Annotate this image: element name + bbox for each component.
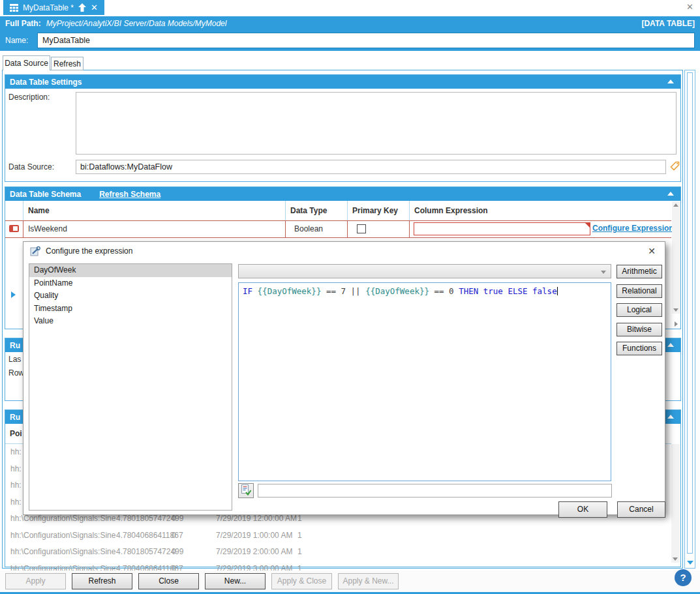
cell-flag: 1 [297,544,302,561]
expression-token: == 7 || [321,286,365,296]
validate-icon [240,484,252,496]
col-header-column-expression[interactable]: Column Expression [410,201,671,220]
help-button[interactable]: ? [675,569,692,586]
row-selector-cell[interactable] [5,221,23,237]
section-data-table-settings: Data Table Settings Description: Data So… [5,74,681,182]
section-header-settings[interactable]: Data Table Settings [5,75,680,89]
field-list-item[interactable]: Quality [29,290,232,303]
dialog-title-bar[interactable]: Configure the expression ✕ [23,242,665,260]
footer-button[interactable]: Apply & New... [338,573,399,589]
operator-dropdown[interactable] [238,264,611,278]
full-path-bar: Full Path: MyProject/AnalytiX/BI Server/… [0,16,700,30]
doc-type-badge: [DATA TABLE] [641,19,695,28]
field-list-item[interactable]: Value [29,315,232,328]
column-expression-input[interactable] [414,222,590,235]
cell-quality: 0 [172,544,176,561]
expression-token: IF [243,286,258,296]
footer-button[interactable]: Apply & Close [271,573,332,589]
expression-result-input[interactable] [258,484,612,497]
new-row-marker-icon [11,291,16,298]
dialog-close-icon[interactable]: ✕ [648,246,656,256]
main-vertical-scrollbar[interactable] [684,70,695,569]
text-caret [557,287,558,295]
primary-key-checkbox[interactable] [357,224,366,233]
field-list-item[interactable]: PointName [29,277,232,290]
document-tab-title: MyDataTable * [23,3,74,12]
document-tab-strip: MyDataTable * ✕ ✕ [0,0,700,16]
runtime-vertical-scrollbar[interactable] [671,444,680,563]
tab-close-icon[interactable]: ✕ [91,3,98,12]
expression-token: == 0 [429,286,459,296]
operator-category-button[interactable]: Arithmetic [616,265,662,278]
col-header-primary-key[interactable]: Primary Key [348,201,410,220]
description-textarea[interactable] [76,92,677,155]
schema-table-row[interactable]: IsWeekend Boolean Configure Expression [5,220,671,238]
cell-point-name: hh:\Configuration\Signals:Sine [10,544,115,561]
cell-flag: 1 [297,527,302,544]
section-title-run-status: Ru [10,341,20,350]
refresh-schema-link[interactable]: Refresh Schema [99,190,160,199]
expression-token: {{DayOfWeek}} [365,286,429,296]
footer-button[interactable]: Close [138,573,199,589]
expression-token: THEN true ELSE false [459,286,557,296]
footer-button[interactable]: Apply [5,573,66,589]
collapse-arrow-icon[interactable] [667,343,674,347]
section-header-schema[interactable]: Data Table Schema Refresh Schema [5,187,680,201]
runtime-row[interactable]: hh:\Configuration\Signals:Sine 4.7804068… [5,527,671,544]
cell-timestamp: 7/29/2019 2:00:00 AM [216,544,292,561]
col-header-selector [5,201,23,220]
dialog-title: Configure the expression [46,246,132,256]
schema-vertical-scrollbar[interactable] [672,201,680,314]
name-input[interactable] [37,33,695,48]
cell-name[interactable]: IsWeekend [23,221,286,237]
field-list-item[interactable]: DayOfWeek [29,264,232,277]
runtime-row[interactable]: hh:\Configuration\Signals:Sine 4.7801805… [5,544,671,561]
collapse-arrow-icon[interactable] [667,80,674,83]
footer-bar: Apply Refresh Close New... Apply & Close… [0,571,700,594]
data-source-input[interactable] [76,160,666,174]
validate-expression-button[interactable] [238,483,254,498]
configure-expression-dialog: Configure the expression ✕ DayOfWeek Poi… [23,241,665,515]
name-bar: Name: [0,30,700,51]
cell-primary-key [348,221,410,237]
cell-timestamp: 7/29/2019 1:00:00 AM [216,527,292,544]
expression-editor[interactable]: IF {{DayOfWeek}} == 7 || {{DayOfWeek}} =… [238,282,611,481]
cancel-button[interactable]: Cancel [617,501,665,518]
scroll-down-icon[interactable] [687,561,693,565]
scroll-up-icon[interactable] [673,203,678,207]
table-grid-icon [10,4,18,12]
tag-picker-icon[interactable] [669,160,680,175]
app-window: MyDataTable * ✕ ✕ Full Path: MyProject/A… [0,0,700,594]
footer-button[interactable]: New... [205,573,266,589]
operator-category-button[interactable]: Logical [616,303,662,317]
chevron-down-icon [601,271,606,274]
data-source-label: Data Source: [8,162,54,171]
operator-category-button[interactable]: Relational [616,284,662,298]
ok-button[interactable]: OK [558,501,607,518]
field-list-item[interactable]: Timestamp [29,303,232,316]
full-path-label: Full Path: [5,19,41,28]
operator-category-button[interactable]: Bitwise [616,323,662,336]
field-listbox: DayOfWeek PointName Quality Timestamp Va… [29,263,232,511]
col-header-data-type[interactable]: Data Type [286,201,348,220]
tab-data-source[interactable]: Data Source [3,55,50,70]
collapse-arrow-icon[interactable] [667,192,674,196]
cell-data-type[interactable]: Boolean [286,221,348,237]
validation-error-marker [585,223,590,228]
footer-button[interactable]: Refresh [72,573,132,589]
document-tab-mydatatable[interactable]: MyDataTable * ✕ [3,0,104,15]
scroll-right-icon[interactable] [675,321,678,327]
section-title-settings: Data Table Settings [10,78,82,87]
window-close-icon[interactable]: ✕ [686,2,693,12]
scroll-down-icon[interactable] [673,308,678,312]
operator-category-button[interactable]: Functions [616,342,662,355]
expression-editor-icon [30,246,41,259]
scrollbar-thumb[interactable] [687,72,693,554]
tab-refresh[interactable]: Refresh [51,57,84,70]
collapse-arrow-icon[interactable] [667,415,674,419]
navigate-up-icon[interactable] [78,3,86,12]
configure-expression-link[interactable]: Configure Expression [592,224,674,233]
scroll-down-icon[interactable] [673,557,678,561]
name-label: Name: [5,36,28,45]
col-header-name[interactable]: Name [23,201,286,220]
